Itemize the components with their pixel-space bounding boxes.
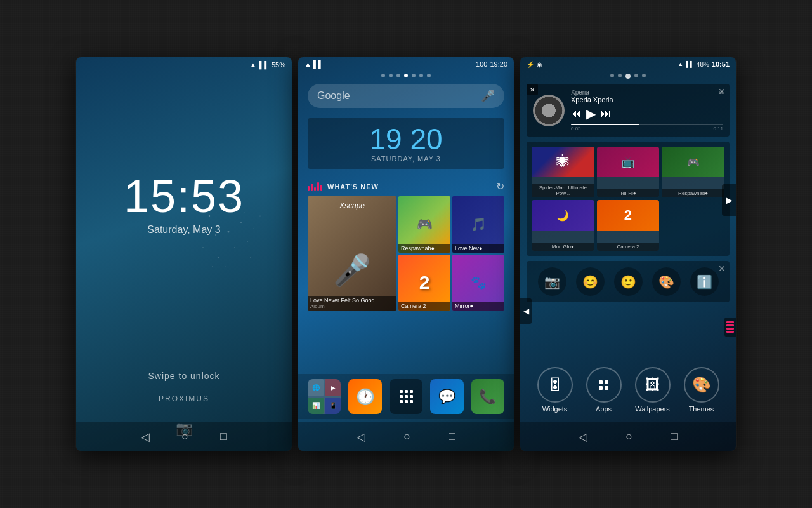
widget-time: 19 20 [320,124,492,154]
google-search-bar[interactable]: Google 🎤 [308,84,504,108]
search-text: Google [317,90,350,102]
nav-recent-btn[interactable] [220,430,227,443]
recent-app-camera2[interactable]: 2 Camera 2 [597,200,660,251]
album-camera2[interactable]: 2 Camera 2 [398,255,450,311]
bottom-home-icons: 🎛 Widgets Apps [520,361,736,419]
recent-app-telhi[interactable]: 📺 Tel-Hi● [597,147,660,197]
dock-item-1[interactable]: 🌐 ▶ 📊 📱 [308,379,341,414]
icons-widget: ✕ 📷 😊 🙂 🎨 ℹ️ [527,261,730,302]
widget-signal: ▌▌ [686,61,694,67]
lock-screen: ▲ ▌▌ 55% 15:53 Saturday, May 3 [76,57,292,451]
home-nav-home[interactable] [403,430,410,443]
wallpapers-label: Wallpapers [635,405,670,413]
dot-5 [412,74,416,77]
dot-6 [419,74,423,77]
recent-widget: 🕷 Spider-Man: Ultimate Pow... 📺 Tel-Hi● [527,142,730,256]
svg-point-11 [231,203,232,204]
album-love-never[interactable]: 🎵 Love Nev● [452,196,504,253]
widget-status-right: ▲ ▌▌ 48% 10:51 [678,60,730,68]
monglo-icon: 🌙 [556,210,569,222]
svg-point-14 [225,266,225,267]
wdot-home: ⌂ [625,74,631,79]
dock-item-apps[interactable] [390,379,422,414]
home-screen: ▲ ▌▌ 100 19:20 Google 🎤 [298,57,514,451]
widgets-label: Widgets [542,405,568,413]
lock-particles [190,184,266,279]
dock-item-phone[interactable]: 📞 [471,379,504,414]
widget-nav-back[interactable] [579,430,587,444]
wallpapers-circle-icon: 🖼 [635,367,671,403]
dock-item-chat[interactable]: 💬 [430,379,463,414]
lock-status-bar: ▲ ▌▌ 55% [76,57,292,72]
left-arrow-widget[interactable]: ◀ [520,298,532,324]
widget-icon-face1[interactable]: 😊 [576,267,605,296]
widget-wifi: ▲ [678,61,683,67]
widget-icon-face2[interactable]: 🙂 [614,267,643,296]
home-icon-themes[interactable]: 🎨 Themes [679,367,723,413]
mirror-label: Mirror● [452,302,504,311]
home-icon-widgets[interactable]: 🎛 Widgets [533,367,577,413]
album-mj[interactable]: Xscape 🎤 Love Never Felt So Good Album [308,196,396,311]
recent-apps-grid: 🕷 Spider-Man: Ultimate Pow... 📺 Tel-Hi● [532,147,724,251]
widget-nav-home[interactable] [625,430,632,443]
refresh-icon[interactable]: ↻ [496,180,504,192]
wdot-4 [634,74,638,77]
home-wifi-icon: ▲ ▌▌ [304,60,324,68]
dot-1 [381,74,385,77]
widget-nav-recent[interactable] [671,430,678,443]
lock-wifi-icon: ▲ [249,61,256,69]
prev-btn[interactable]: ⏮ [571,108,581,119]
music-progress-bar [571,124,723,125]
dock-app-green: 📊 [308,398,324,415]
widget-nav-bar [520,422,736,451]
nav-home-btn[interactable] [181,430,188,443]
home-icon-wallpapers[interactable]: 🖼 Wallpapers [631,367,674,413]
next-btn[interactable]: ⏭ [601,108,611,119]
home-nav-back[interactable] [357,430,365,444]
widget-page-dots: ⌂ [520,71,736,81]
recent-app-monglo[interactable]: 🌙 Mon Glo● [532,200,594,251]
apps-label: Apps [596,405,612,413]
music-widget-x-left[interactable]: ✕ [527,84,538,95]
album-mirror[interactable]: 🐾 Mirror● [452,255,504,311]
play-btn[interactable]: ▶ [586,106,596,121]
svg-point-8 [202,247,204,248]
mj-figure: 🎤 [333,253,371,288]
svg-point-4 [209,215,210,217]
svg-point-10 [218,257,219,258]
whats-new-partial [724,318,736,337]
widget-icon-camera[interactable]: 📷 [538,267,566,296]
home-nav-recent[interactable] [449,430,455,443]
usb-icon: ⚡ [527,61,534,68]
apps-circle-icon [586,367,622,403]
album-respawn[interactable]: 🎮 Respawnab● [398,196,450,253]
dot-4-active [404,74,408,77]
music-widget-close[interactable]: ✕ [718,86,726,97]
recent-app-spiderman[interactable]: 🕷 Spider-Man: Ultimate Pow... [532,147,594,197]
music-current-time: 0:05 [571,126,581,131]
svg-point-3 [247,241,248,242]
love-never-label: Love Nev● [452,244,504,253]
music-progress-fill [571,124,639,125]
mic-icon[interactable]: 🎤 [481,89,495,103]
phone-middle: ▲ ▌▌ 100 19:20 Google 🎤 [298,57,514,451]
right-arrow-btn[interactable]: ▶ [722,184,736,216]
partial-bars [726,321,734,333]
recent-app-respawn2[interactable]: 🎮 Respawnab● [662,147,724,197]
home-battery: 100 [476,60,487,68]
home-icon-apps[interactable]: Apps [582,367,625,413]
camera2-icon: 2 [624,207,632,224]
svg-point-1 [240,222,242,223]
phone-icon: 📞 [479,389,496,405]
widget-icon-info[interactable]: ℹ️ [690,267,719,296]
widget-time: 10:51 [712,60,730,68]
dot-2 [389,74,393,77]
nav-back-btn[interactable] [141,430,150,444]
svg-point-15 [237,196,239,197]
icons-widget-close[interactable]: ✕ [718,264,726,274]
clock-widget: 19 20 SATURDAY, MAY 3 [308,118,504,169]
widget-icon-palette[interactable]: 🎨 [652,267,681,296]
dock-item-2[interactable]: 🕐 [348,379,381,414]
spiderman-name: Spider-Man: Ultimate Pow... [532,184,594,197]
svg-point-0 [228,231,230,233]
